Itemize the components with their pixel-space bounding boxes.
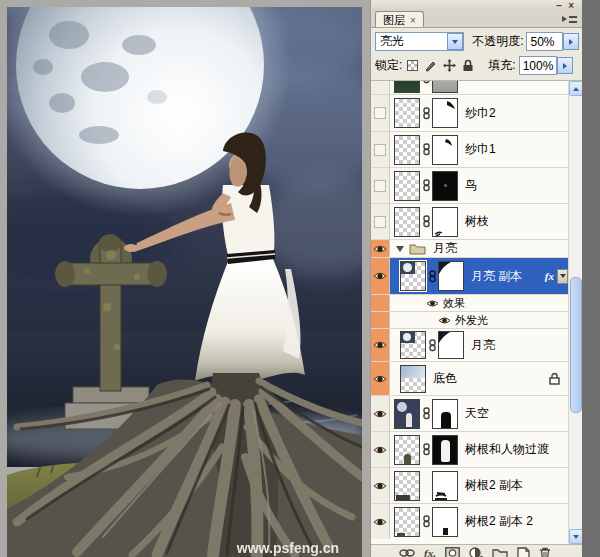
- blend-mode-select[interactable]: 亮光: [375, 32, 464, 51]
- visibility-toggle[interactable]: [371, 396, 390, 431]
- link-icon: [420, 81, 432, 84]
- layer-thumbnail[interactable]: [394, 135, 420, 165]
- layer-thumbnail[interactable]: [400, 365, 426, 393]
- layer-thumbnail[interactable]: [394, 98, 420, 128]
- fill-slider-arrow-icon[interactable]: [557, 57, 573, 74]
- opacity-label: 不透明度:: [472, 33, 523, 50]
- scroll-down-icon[interactable]: [569, 529, 582, 544]
- visibility-toggle[interactable]: [371, 258, 390, 294]
- lock-paint-brush-icon[interactable]: [424, 59, 437, 72]
- visibility-toggle[interactable]: [371, 504, 390, 539]
- layer-mask-thumbnail[interactable]: [432, 207, 458, 237]
- visibility-toggle[interactable]: [371, 362, 390, 395]
- layer-thumbnail[interactable]: [394, 507, 420, 537]
- layer-row[interactable]: 底色: [371, 362, 582, 396]
- layer-thumbnail[interactable]: [394, 81, 420, 93]
- visibility-toggle[interactable]: [371, 468, 390, 503]
- layer-row-selected[interactable]: 月亮 副本 fx: [371, 258, 582, 295]
- layer-thumbnail[interactable]: [394, 435, 420, 465]
- layer-thumbnail[interactable]: [394, 171, 420, 201]
- eye-icon[interactable]: [426, 299, 439, 308]
- chevron-down-icon[interactable]: [447, 33, 463, 50]
- effect-row[interactable]: 外发光: [371, 312, 582, 329]
- layer-mask-thumbnail[interactable]: [438, 261, 464, 291]
- lock-icon: [549, 372, 560, 385]
- layer-thumbnail[interactable]: [400, 261, 426, 291]
- layer-mask-thumbnail[interactable]: [432, 81, 458, 93]
- label-color-strip: [371, 295, 390, 311]
- opacity-slider-arrow-icon[interactable]: [563, 33, 579, 50]
- eye-icon: [373, 374, 387, 384]
- layer-row[interactable]: 月亮: [371, 329, 582, 362]
- fill-label: 填充:: [488, 57, 515, 74]
- layer-mask-thumbnail[interactable]: [432, 171, 458, 201]
- layer-mask-thumbnail[interactable]: [432, 399, 458, 429]
- layers-panel: − × 图层 × 亮光 不透明度: 50% 锁定:: [370, 0, 582, 557]
- panel-menu-icon[interactable]: [558, 12, 580, 26]
- close-icon[interactable]: ×: [568, 2, 574, 10]
- layer-row[interactable]: 树根和人物过渡: [371, 432, 582, 468]
- tab-close-icon[interactable]: ×: [410, 15, 416, 26]
- document-canvas[interactable]: www.psfeng.cn: [0, 0, 370, 557]
- effects-header-row[interactable]: 效果: [371, 295, 582, 312]
- layer-group-row[interactable]: 月亮: [371, 240, 582, 258]
- expand-triangle-icon[interactable]: [396, 246, 404, 252]
- layer-row[interactable]: 纱巾2: [371, 95, 582, 132]
- layer-row[interactable]: 天空: [371, 396, 582, 432]
- visibility-toggle[interactable]: [371, 95, 390, 131]
- visibility-toggle[interactable]: [371, 81, 390, 94]
- layer-row[interactable]: 树根2 副本 2: [371, 504, 582, 539]
- lock-all-icon[interactable]: [462, 59, 474, 72]
- eye-empty-icon: [374, 144, 386, 156]
- layer-mask-thumbnail[interactable]: [432, 507, 458, 537]
- fx-icon[interactable]: fx: [545, 270, 554, 282]
- layer-mask-thumbnail[interactable]: [438, 331, 464, 359]
- visibility-toggle[interactable]: [371, 204, 390, 239]
- collapse-effects-icon[interactable]: [557, 269, 568, 284]
- folder-icon: [409, 242, 426, 255]
- link-layers-icon[interactable]: [399, 548, 415, 557]
- panel-bottom-bar: fx.: [371, 544, 582, 557]
- fill-input[interactable]: 100%: [519, 56, 557, 75]
- layer-row[interactable]: [371, 81, 582, 95]
- layer-thumbnail[interactable]: [394, 207, 420, 237]
- tab-layers[interactable]: 图层 ×: [375, 11, 424, 27]
- panel-tab-bar: 图层 ×: [371, 11, 582, 28]
- trash-icon[interactable]: [539, 547, 551, 557]
- visibility-toggle[interactable]: [371, 240, 390, 257]
- scroll-up-icon[interactable]: [569, 81, 582, 96]
- minimize-icon[interactable]: −: [556, 2, 562, 10]
- link-icon: [426, 270, 438, 283]
- layer-thumbnail[interactable]: [400, 331, 426, 359]
- adjustment-layer-icon[interactable]: [469, 547, 483, 557]
- layer-row[interactable]: 树根2 副本: [371, 468, 582, 504]
- layer-thumbnail[interactable]: [394, 399, 420, 429]
- layer-mask-thumbnail[interactable]: [432, 435, 458, 465]
- add-layer-mask-icon[interactable]: [445, 547, 460, 557]
- layer-row[interactable]: 鸟: [371, 168, 582, 204]
- layer-row[interactable]: 纱巾1: [371, 132, 582, 168]
- layer-thumbnail[interactable]: [394, 471, 420, 501]
- eye-icon: [373, 445, 387, 455]
- new-group-icon[interactable]: [492, 547, 508, 557]
- visibility-toggle[interactable]: [371, 168, 390, 203]
- new-layer-icon[interactable]: [517, 547, 530, 557]
- visibility-toggle[interactable]: [371, 329, 390, 361]
- layer-mask-thumbnail[interactable]: [432, 135, 458, 165]
- lock-transparency-icon[interactable]: [407, 60, 418, 71]
- layer-mask-thumbnail[interactable]: [432, 471, 458, 501]
- photo-artwork: www.psfeng.cn: [7, 7, 362, 557]
- lock-move-icon[interactable]: [443, 59, 456, 72]
- eye-empty-icon: [374, 107, 386, 119]
- vertical-scrollbar[interactable]: [568, 81, 582, 544]
- opacity-input[interactable]: 50%: [526, 32, 563, 51]
- visibility-toggle[interactable]: [371, 432, 390, 467]
- link-icon: [420, 179, 432, 192]
- panel-titlebar: − ×: [371, 0, 582, 11]
- scrollbar-thumb[interactable]: [570, 277, 582, 413]
- visibility-toggle[interactable]: [371, 132, 390, 167]
- layer-style-icon[interactable]: fx.: [424, 547, 436, 557]
- eye-icon[interactable]: [438, 316, 451, 325]
- layer-row[interactable]: 树枝: [371, 204, 582, 240]
- layer-mask-thumbnail[interactable]: [432, 98, 458, 128]
